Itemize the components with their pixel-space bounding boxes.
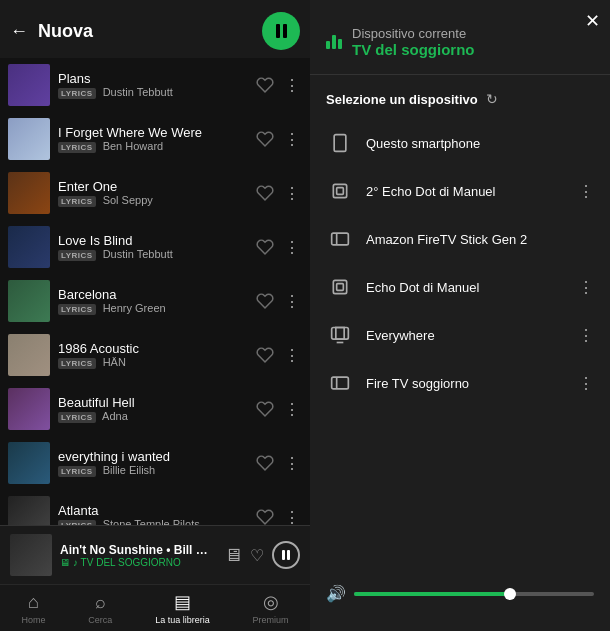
song-artist-everything: LYRICS Billie Eilish: [58, 464, 246, 477]
lyrics-badge: LYRICS: [58, 412, 96, 423]
song-actions-love: ⋮: [254, 236, 302, 258]
song-actions-everything: ⋮: [254, 452, 302, 474]
device-item-echo2[interactable]: 2° Echo Dot di Manuel ⋮: [310, 167, 610, 215]
song-artist-plans: LYRICS Dustin Tebbutt: [58, 86, 246, 99]
left-panel: ← Nuova Plans LYRICS Dustin Tebbutt ⋮: [0, 0, 310, 631]
song-item-forget[interactable]: I Forget Where We Were LYRICS Ben Howard…: [0, 112, 310, 166]
song-item-acoustic[interactable]: 1986 Acoustic LYRICS HÄN ⋮: [0, 328, 310, 382]
nav-label-library: La tua libreria: [155, 615, 210, 625]
nav-item-premium[interactable]: ◎ Premium: [253, 591, 289, 625]
song-actions-acoustic: ⋮: [254, 344, 302, 366]
song-item-love[interactable]: Love Is Blind LYRICS Dustin Tebbutt ⋮: [0, 220, 310, 274]
like-icon-enter[interactable]: [254, 182, 276, 204]
more-icon-love[interactable]: ⋮: [282, 237, 302, 257]
like-icon-beautiful[interactable]: [254, 398, 276, 420]
song-thumb-enter: [8, 172, 50, 214]
svg-rect-6: [333, 280, 346, 293]
nav-item-library[interactable]: ▤ La tua libreria: [155, 591, 210, 625]
mini-pause-button[interactable]: [272, 541, 300, 569]
more-icon-plans[interactable]: ⋮: [282, 75, 302, 95]
like-icon-plans[interactable]: [254, 74, 276, 96]
like-icon-love[interactable]: [254, 236, 276, 258]
device-more-echo2[interactable]: ⋮: [578, 182, 594, 201]
device-item-firetv2[interactable]: Fire TV soggiorno ⋮: [310, 359, 610, 407]
more-icon-forget[interactable]: ⋮: [282, 129, 302, 149]
song-info-atlanta: Atlanta LYRICS Stone Temple Pilots: [58, 503, 246, 525]
song-artist-barcelona: LYRICS Henry Green: [58, 302, 246, 315]
nav-item-search[interactable]: ⌕ Cerca: [88, 592, 112, 625]
song-item-plans[interactable]: Plans LYRICS Dustin Tebbutt ⋮: [0, 58, 310, 112]
song-info-enter: Enter One LYRICS Sol Seppy: [58, 179, 246, 207]
song-thumb-forget: [8, 118, 50, 160]
now-playing-controls: 🖥 ♡: [224, 541, 300, 569]
song-item-atlanta[interactable]: Atlanta LYRICS Stone Temple Pilots ⋮: [0, 490, 310, 525]
song-thumb-acoustic: [8, 334, 50, 376]
song-item-enter[interactable]: Enter One LYRICS Sol Seppy ⋮: [0, 166, 310, 220]
nav-icon-premium: ◎: [263, 591, 279, 613]
more-icon-enter[interactable]: ⋮: [282, 183, 302, 203]
more-icon-barcelona[interactable]: ⋮: [282, 291, 302, 311]
device-name-smartphone: Questo smartphone: [366, 136, 594, 151]
more-icon-atlanta[interactable]: ⋮: [282, 507, 302, 525]
like-icon-everything[interactable]: [254, 452, 276, 474]
song-actions-atlanta: ⋮: [254, 506, 302, 525]
song-info-forget: I Forget Where We Were LYRICS Ben Howard: [58, 125, 246, 153]
device-more-firetv2[interactable]: ⋮: [578, 374, 594, 393]
device-more-everywhere[interactable]: ⋮: [578, 326, 594, 345]
lyrics-badge: LYRICS: [58, 88, 96, 99]
pause-play-button[interactable]: [262, 12, 300, 50]
device-name-echo: Echo Dot di Manuel: [366, 280, 566, 295]
lyrics-badge: LYRICS: [58, 466, 96, 477]
song-actions-plans: ⋮: [254, 74, 302, 96]
volume-thumb[interactable]: [504, 588, 516, 600]
volume-track[interactable]: [354, 592, 594, 596]
nav-item-home[interactable]: ⌂ Home: [21, 592, 45, 625]
current-device-info: Dispositivo corrente TV del soggiorno: [352, 26, 475, 58]
svg-rect-0: [334, 135, 346, 152]
back-button[interactable]: ←: [10, 21, 28, 42]
song-actions-barcelona: ⋮: [254, 290, 302, 312]
device-name: ♪ TV DEL SOGGIORNO: [73, 557, 181, 568]
song-item-everything[interactable]: everything i wanted LYRICS Billie Eilish…: [0, 436, 310, 490]
device-more-echo[interactable]: ⋮: [578, 278, 594, 297]
heart-button[interactable]: ♡: [250, 546, 264, 565]
device-item-smartphone[interactable]: Questo smartphone: [310, 119, 610, 167]
svg-rect-9: [336, 328, 344, 340]
device-item-everywhere[interactable]: Everywhere ⋮: [310, 311, 610, 359]
like-icon-acoustic[interactable]: [254, 344, 276, 366]
nav-label-premium: Premium: [253, 615, 289, 625]
song-actions-forget: ⋮: [254, 128, 302, 150]
like-icon-atlanta[interactable]: [254, 506, 276, 525]
lyrics-badge: LYRICS: [58, 358, 96, 369]
like-icon-forget[interactable]: [254, 128, 276, 150]
device-item-firetv[interactable]: Amazon FireTV Stick Gen 2: [310, 215, 610, 263]
song-info-love: Love Is Blind LYRICS Dustin Tebbutt: [58, 233, 246, 261]
song-item-beautiful[interactable]: Beautiful Hell LYRICS Adna ⋮: [0, 382, 310, 436]
song-info-barcelona: Barcelona LYRICS Henry Green: [58, 287, 246, 315]
song-name-plans: Plans: [58, 71, 246, 86]
sound-bars-icon: [326, 35, 342, 49]
device-icon-firetv: [326, 225, 354, 253]
device-item-echo[interactable]: Echo Dot di Manuel ⋮: [310, 263, 610, 311]
close-button[interactable]: ✕: [585, 10, 600, 32]
more-icon-everything[interactable]: ⋮: [282, 453, 302, 473]
song-actions-beautiful: ⋮: [254, 398, 302, 420]
song-artist-forget: LYRICS Ben Howard: [58, 140, 246, 153]
more-icon-acoustic[interactable]: ⋮: [282, 345, 302, 365]
song-artist-love: LYRICS Dustin Tebbutt: [58, 248, 246, 261]
more-icon-beautiful[interactable]: ⋮: [282, 399, 302, 419]
screen-cast-button[interactable]: 🖥: [224, 545, 242, 566]
nav-icon-home: ⌂: [28, 592, 39, 613]
song-item-barcelona[interactable]: Barcelona LYRICS Henry Green ⋮: [0, 274, 310, 328]
song-info-beautiful: Beautiful Hell LYRICS Adna: [58, 395, 246, 423]
lyrics-badge: LYRICS: [58, 250, 96, 261]
device-icon-firetv2: [326, 369, 354, 397]
nav-label-search: Cerca: [88, 615, 112, 625]
song-name-barcelona: Barcelona: [58, 287, 246, 302]
device-name-everywhere: Everywhere: [366, 328, 566, 343]
header: ← Nuova: [0, 0, 310, 58]
nav-icon-library: ▤: [174, 591, 191, 613]
like-icon-barcelona[interactable]: [254, 290, 276, 312]
current-device-label: Dispositivo corrente: [352, 26, 475, 41]
now-playing-bar: Ain't No Sunshine • Bill Withers 🖥 ♪ TV …: [0, 525, 310, 584]
